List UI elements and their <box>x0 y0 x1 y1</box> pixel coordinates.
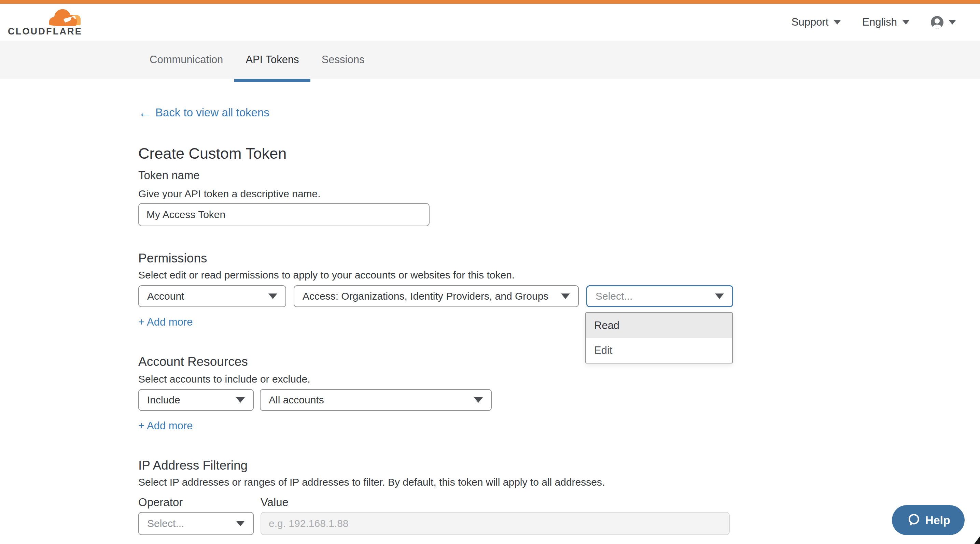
help-button-label: Help <box>925 514 950 527</box>
chevron-down-icon <box>236 521 245 526</box>
language-menu[interactable]: English <box>862 16 910 29</box>
cloudflare-dashboard: CLOUDFLARE Support English Communication… <box>0 0 980 544</box>
tab-api-tokens[interactable]: API Tokens <box>234 41 310 79</box>
account-resources-description: Select accounts to include or exclude. <box>138 373 310 385</box>
tab-sessions[interactable]: Sessions <box>310 41 376 79</box>
back-to-tokens-link[interactable]: ← Back to view all tokens <box>138 106 269 119</box>
chevron-down-icon <box>948 20 956 25</box>
back-link-label: Back to view all tokens <box>155 106 269 119</box>
permissions-add-more-link[interactable]: + Add more <box>138 316 192 328</box>
account-menu[interactable] <box>931 16 956 29</box>
ip-filtering-heading: IP Address Filtering <box>138 458 248 473</box>
dropdown-option-edit[interactable]: Edit <box>586 338 732 363</box>
support-menu-label: Support <box>792 16 829 29</box>
profile-tabbar: Communication API Tokens Sessions <box>0 41 980 79</box>
value-label: Value <box>261 496 288 509</box>
support-menu[interactable]: Support <box>792 16 842 29</box>
cloudflare-cloud-icon <box>43 8 81 26</box>
top-orange-bar <box>0 0 980 4</box>
user-avatar-icon <box>931 16 943 29</box>
operator-label: Operator <box>138 496 183 509</box>
header: CLOUDFLARE Support English <box>0 4 980 41</box>
account-selection-value: All accounts <box>269 394 324 406</box>
chevron-down-icon <box>268 293 277 299</box>
chat-bubble-icon <box>906 513 921 527</box>
permissions-description: Select edit or read permissions to apply… <box>138 269 515 281</box>
ip-value-input[interactable] <box>261 512 730 535</box>
ip-filtering-description: Select IP addresses or ranges of IP addr… <box>138 476 605 488</box>
arrow-left-icon: ← <box>138 107 151 119</box>
permission-level-select[interactable]: Select... <box>586 285 733 307</box>
token-name-heading: Token name <box>138 169 200 182</box>
ip-operator-placeholder: Select... <box>147 518 184 529</box>
account-selection-select[interactable]: All accounts <box>260 389 492 411</box>
cloudflare-wordmark: CLOUDFLARE <box>8 26 82 37</box>
chevron-down-icon <box>715 293 724 299</box>
token-name-input[interactable] <box>138 203 430 226</box>
chevron-down-icon <box>902 20 910 25</box>
help-button[interactable]: Help <box>892 505 965 535</box>
header-right: Support English <box>792 4 956 41</box>
mouse-cursor <box>974 536 980 544</box>
account-mode-value: Include <box>147 394 180 406</box>
account-mode-select[interactable]: Include <box>138 389 254 411</box>
tab-communication[interactable]: Communication <box>138 41 234 79</box>
permissions-heading: Permissions <box>138 251 207 265</box>
permission-scope-value: Account <box>147 290 184 302</box>
page-title: Create Custom Token <box>138 145 286 162</box>
chevron-down-icon <box>236 397 245 403</box>
account-resources-add-more-link[interactable]: + Add more <box>138 420 192 432</box>
chevron-down-icon <box>561 293 570 299</box>
chevron-down-icon <box>474 397 483 403</box>
permission-level-dropdown-menu: Read Edit <box>585 312 733 363</box>
account-resources-heading: Account Resources <box>138 355 248 369</box>
ip-operator-select[interactable]: Select... <box>138 512 254 535</box>
permission-resource-value: Access: Organizations, Identity Provider… <box>302 290 548 302</box>
permission-scope-select[interactable]: Account <box>138 285 286 307</box>
cloudflare-logo[interactable]: CLOUDFLARE <box>8 7 81 38</box>
dropdown-option-read[interactable]: Read <box>586 313 732 338</box>
chevron-down-icon <box>834 20 841 25</box>
token-name-description: Give your API token a descriptive name. <box>138 188 321 200</box>
language-menu-label: English <box>862 16 897 29</box>
permission-resource-select[interactable]: Access: Organizations, Identity Provider… <box>294 285 579 307</box>
permission-level-placeholder: Select... <box>595 290 632 302</box>
